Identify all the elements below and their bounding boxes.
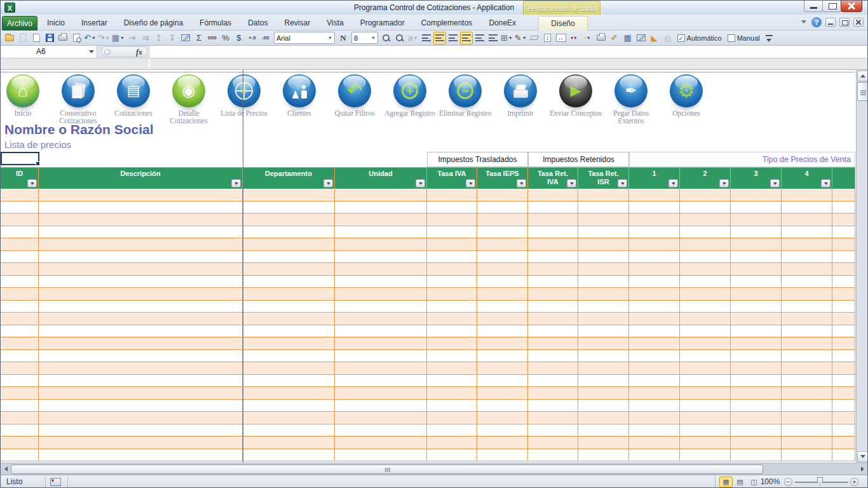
table-cell[interactable]: [477, 412, 528, 424]
table-cell[interactable]: [528, 201, 578, 214]
table-cell[interactable]: [477, 350, 528, 362]
table-cell[interactable]: [782, 337, 832, 349]
table-cell[interactable]: [782, 214, 832, 226]
align-left-button[interactable]: [420, 32, 433, 44]
table-cell[interactable]: [427, 313, 477, 325]
table-cell[interactable]: [39, 362, 243, 374]
percent-format-button[interactable]: %: [219, 32, 232, 44]
close-button[interactable]: [841, 1, 862, 12]
table-cell[interactable]: [1, 276, 39, 288]
table-cell[interactable]: [629, 251, 680, 263]
table-cell[interactable]: [39, 263, 243, 275]
table-cell[interactable]: [477, 226, 528, 238]
table-cell[interactable]: [578, 238, 629, 250]
nav-cotizaciones[interactable]: ▤Cotizaciones: [106, 74, 161, 117]
table-cell[interactable]: [782, 263, 832, 275]
table-cell[interactable]: [731, 276, 782, 288]
table-cell[interactable]: [680, 350, 731, 362]
table-cell[interactable]: [782, 313, 832, 325]
table-cell[interactable]: [477, 449, 528, 461]
table-cell[interactable]: [477, 301, 528, 313]
table-cell[interactable]: [782, 276, 832, 288]
table-cell[interactable]: [629, 189, 680, 201]
table-cell[interactable]: [731, 362, 782, 374]
filter-dropdown-button[interactable]: [618, 179, 627, 187]
table-cell[interactable]: [427, 387, 477, 399]
align-top-button[interactable]: [487, 32, 499, 44]
table-cell[interactable]: [1, 424, 39, 437]
redo-button[interactable]: ↷▼: [97, 32, 111, 44]
table-cell[interactable]: [832, 263, 855, 275]
camera-table-button[interactable]: ▦▼: [111, 32, 125, 44]
table-cell[interactable]: [731, 214, 782, 226]
page-layout-view-button[interactable]: ▤: [733, 477, 747, 487]
table-cell[interactable]: [39, 238, 243, 250]
nav-consecutivo-cotizaciones[interactable]: Consecutivo Cotizaciones: [51, 74, 105, 125]
table-cell[interactable]: [578, 400, 629, 412]
table-cell[interactable]: [477, 251, 528, 263]
table-cell[interactable]: [731, 449, 782, 461]
table-cell[interactable]: [528, 400, 578, 412]
table-cell[interactable]: [39, 325, 243, 337]
table-cell[interactable]: [39, 313, 243, 325]
scroll-down-button[interactable]: [857, 451, 868, 462]
font-name-combo[interactable]: Arial▼: [274, 32, 335, 44]
align-right-button[interactable]: [447, 32, 459, 44]
table-cell[interactable]: [243, 263, 335, 275]
scroll-up-button[interactable]: [857, 71, 868, 81]
nav-agregar-registro[interactable]: +Agregar Registro: [383, 74, 437, 117]
table-cell[interactable]: [782, 350, 832, 362]
format-painter-button[interactable]: ✐: [608, 32, 621, 44]
table-cell[interactable]: [832, 288, 855, 300]
table-cell[interactable]: [578, 189, 629, 201]
table-cell[interactable]: [680, 201, 731, 214]
table-cell[interactable]: [578, 387, 629, 399]
table-cell[interactable]: [1, 449, 39, 461]
table-cell[interactable]: [39, 375, 243, 387]
table-cell[interactable]: [335, 288, 427, 300]
drawing-tools-button[interactable]: ◣: [648, 32, 661, 44]
table-cell[interactable]: [680, 437, 731, 449]
table-cell[interactable]: [832, 424, 855, 437]
table-cell[interactable]: [1, 214, 39, 226]
table-cell[interactable]: [243, 276, 335, 288]
table-cell[interactable]: [243, 437, 335, 449]
nav-eliminar-registro[interactable]: −Eliminar Registro: [438, 74, 492, 117]
table-cell[interactable]: [680, 424, 731, 437]
table-cell[interactable]: [528, 424, 578, 437]
gear-icon[interactable]: ⚙: [670, 74, 703, 107]
table-cell[interactable]: [731, 263, 782, 275]
table-cell[interactable]: [243, 337, 335, 349]
table-cell[interactable]: [578, 263, 629, 275]
table-cell[interactable]: [832, 449, 855, 461]
undo-icon[interactable]: ↶: [338, 74, 371, 107]
erase-border-button[interactable]: [528, 32, 541, 44]
table-cell[interactable]: [832, 400, 855, 412]
table-cell[interactable]: [335, 226, 427, 238]
table-cell[interactable]: [528, 301, 578, 313]
table-cell[interactable]: [528, 449, 578, 461]
table-cell[interactable]: [39, 337, 243, 349]
table-cell[interactable]: [335, 424, 427, 437]
table-cell[interactable]: [680, 276, 731, 288]
align-middle-button[interactable]: [460, 32, 473, 44]
filter-dropdown-button[interactable]: [27, 179, 37, 187]
insert-picture-button[interactable]: [179, 32, 192, 44]
nav-pegar-datos-externos[interactable]: ✒Pegar Datos Externos: [604, 74, 658, 125]
table-cell[interactable]: [477, 276, 528, 288]
table-cell[interactable]: [1, 288, 39, 300]
table-cell[interactable]: [731, 251, 782, 263]
open-button[interactable]: [3, 32, 16, 44]
table-cell[interactable]: [528, 362, 578, 374]
table-cell[interactable]: [335, 313, 427, 325]
table-cell[interactable]: [578, 350, 629, 362]
table-cell[interactable]: [528, 325, 578, 337]
table-cell[interactable]: [335, 387, 427, 399]
table-cell[interactable]: [427, 350, 477, 362]
table-cell[interactable]: [680, 288, 731, 300]
table-cell[interactable]: [335, 276, 427, 288]
table-cell[interactable]: [427, 226, 477, 238]
table-cell[interactable]: [335, 214, 427, 226]
table-cell[interactable]: [782, 288, 832, 300]
table-cell[interactable]: [578, 362, 629, 374]
